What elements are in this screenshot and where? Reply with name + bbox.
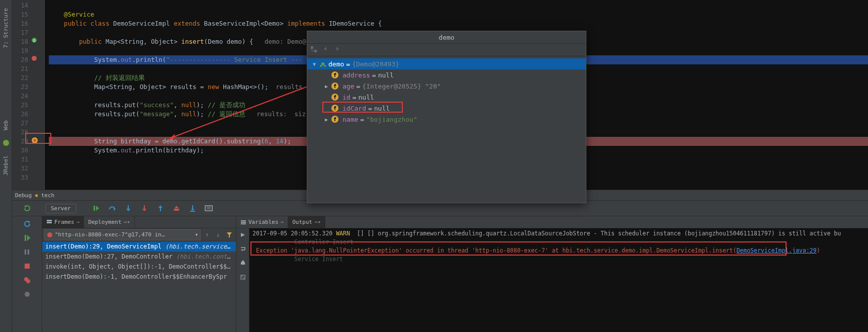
svg-marker-10 bbox=[96, 206, 99, 211]
svg-rect-29 bbox=[25, 250, 26, 255]
svg-point-56 bbox=[324, 65, 326, 67]
svg-rect-36 bbox=[47, 222, 52, 223]
bug-icon: ✱ bbox=[35, 192, 38, 199]
clear-button[interactable] bbox=[238, 273, 247, 282]
output-tab[interactable]: Output →▾ bbox=[288, 216, 325, 228]
console-tools bbox=[236, 228, 249, 332]
svg-marker-28 bbox=[27, 235, 30, 241]
svg-marker-13 bbox=[126, 209, 130, 211]
stop-button[interactable] bbox=[23, 262, 32, 271]
svg-rect-35 bbox=[47, 220, 52, 221]
resume2-button[interactable] bbox=[23, 233, 32, 242]
breakpoints-button[interactable] bbox=[23, 276, 32, 285]
svg-marker-15 bbox=[142, 209, 146, 211]
debugger-value-popup[interactable]: demo ▼ demo = {Demo@20493}faddress = nul… bbox=[307, 31, 586, 203]
svg-point-54 bbox=[321, 62, 324, 65]
svg-marker-17 bbox=[158, 205, 162, 208]
svg-marker-38 bbox=[227, 232, 232, 237]
popup-toolbar bbox=[307, 44, 586, 56]
evaluate-button[interactable] bbox=[204, 204, 213, 213]
gutter[interactable]: 1415161718192021222324252627282930313233… bbox=[12, 0, 45, 190]
run-to-cursor-button[interactable] bbox=[188, 204, 197, 213]
server-tab[interactable]: Server bbox=[45, 204, 76, 213]
drop-frame-button[interactable] bbox=[172, 204, 181, 213]
svg-rect-31 bbox=[25, 264, 30, 269]
svg-rect-48 bbox=[311, 46, 313, 49]
resume-button[interactable] bbox=[92, 204, 101, 213]
jrebel-tab[interactable]: JRebel bbox=[2, 151, 10, 180]
field-row[interactable]: fidCard = null bbox=[307, 103, 586, 114]
stack-frame[interactable]: insertDemo(Demo):-1, DemoController$$Enh… bbox=[42, 272, 236, 282]
deployment-tab[interactable]: Deployment →▾ bbox=[84, 216, 134, 228]
forward-icon[interactable] bbox=[334, 46, 342, 54]
update-button[interactable] bbox=[23, 219, 32, 228]
web-tab[interactable]: Web bbox=[2, 116, 10, 134]
filter-frames-button[interactable] bbox=[225, 230, 234, 239]
frames-panel: Frames→ Deployment →▾ "http-nio-8080-exe… bbox=[42, 216, 236, 332]
pause-button[interactable] bbox=[23, 247, 32, 257]
soft-wrap-button[interactable] bbox=[238, 244, 247, 254]
mute-bp-button[interactable] bbox=[23, 290, 32, 299]
debug-tool-window: Debug ✱ tech Server bbox=[12, 190, 868, 332]
svg-rect-23 bbox=[205, 206, 212, 211]
svg-point-55 bbox=[320, 65, 322, 67]
left-tool-sidebar: 7: Structure Web JRebel bbox=[0, 0, 12, 332]
step-over-button[interactable] bbox=[108, 204, 117, 213]
variables-tab[interactable]: Variables→ bbox=[236, 216, 288, 228]
svg-marker-19 bbox=[175, 206, 179, 208]
step-out-button[interactable] bbox=[156, 204, 165, 213]
svg-rect-30 bbox=[28, 250, 29, 255]
svg-rect-27 bbox=[25, 235, 26, 241]
console-output[interactable]: 2017-09-05 20:05:52.320 WARN [] [] org.s… bbox=[249, 228, 868, 332]
debug-side-tools bbox=[12, 216, 42, 332]
svg-rect-18 bbox=[174, 209, 179, 211]
step-into-button[interactable] bbox=[124, 204, 133, 213]
app-root: 7: Structure Web JRebel 1415161718192021… bbox=[0, 0, 868, 332]
popup-title: demo bbox=[307, 31, 586, 44]
svg-point-0 bbox=[3, 140, 9, 146]
next-frame-button[interactable]: ↓ bbox=[214, 230, 223, 239]
svg-marker-42 bbox=[241, 233, 245, 237]
svg-point-3 bbox=[32, 56, 37, 61]
svg-marker-21 bbox=[191, 209, 194, 211]
print-button[interactable] bbox=[238, 259, 247, 268]
svg-rect-44 bbox=[241, 262, 245, 265]
force-step-into-button[interactable] bbox=[140, 204, 149, 213]
stack-frame[interactable]: insert(Demo):29, DemoServiceImpl (hbi.te… bbox=[42, 241, 236, 252]
svg-marker-43 bbox=[241, 249, 242, 251]
svg-marker-53 bbox=[336, 47, 339, 51]
structure-tab[interactable]: 7: Structure bbox=[2, 4, 10, 52]
svg-marker-52 bbox=[324, 47, 326, 51]
field-row[interactable]: ▶fname = "bojiangzhou" bbox=[307, 114, 586, 125]
svg-rect-45 bbox=[242, 261, 244, 262]
svg-point-33 bbox=[26, 279, 30, 283]
run-config-name[interactable]: tech bbox=[41, 192, 55, 199]
field-row[interactable]: fid = null bbox=[307, 92, 586, 103]
scroll-end-button[interactable] bbox=[238, 230, 247, 239]
prev-frame-button[interactable]: ↑ bbox=[203, 230, 212, 239]
frame-list[interactable]: insert(Demo):29, DemoServiceImpl (hbi.te… bbox=[42, 241, 236, 332]
debug-label: Debug bbox=[15, 192, 32, 199]
tree-icon[interactable] bbox=[310, 46, 318, 54]
back-icon[interactable] bbox=[322, 46, 330, 54]
svg-rect-49 bbox=[314, 50, 317, 52]
rerun-button[interactable] bbox=[23, 204, 32, 213]
jrebel-icon[interactable] bbox=[3, 139, 10, 146]
stacktrace-link[interactable]: DemoServiceImpl.java:29 bbox=[736, 247, 816, 254]
svg-point-37 bbox=[47, 232, 52, 237]
field-row[interactable]: faddress = null bbox=[307, 69, 586, 80]
popup-tree[interactable]: ▼ demo = {Demo@20493}faddress = null▶fag… bbox=[307, 56, 586, 125]
frames-tab[interactable]: Frames→ bbox=[42, 216, 84, 228]
svg-line-47 bbox=[241, 275, 245, 279]
svg-point-34 bbox=[25, 292, 30, 297]
stack-frame[interactable]: insertDemo(Demo):27, DemoController (hbi… bbox=[42, 252, 236, 262]
field-row[interactable]: ▶fage = {Integer@20525} "20" bbox=[307, 80, 586, 92]
thread-combo[interactable]: "http-nio-8080-exec-7"@17,470 in… ▾ bbox=[44, 229, 201, 240]
svg-text:o: o bbox=[33, 38, 36, 43]
svg-point-5 bbox=[33, 139, 36, 142]
stack-frame[interactable]: invoke(int, Object, Object[]):-1, DemoCo… bbox=[42, 262, 236, 272]
svg-rect-9 bbox=[94, 206, 95, 211]
